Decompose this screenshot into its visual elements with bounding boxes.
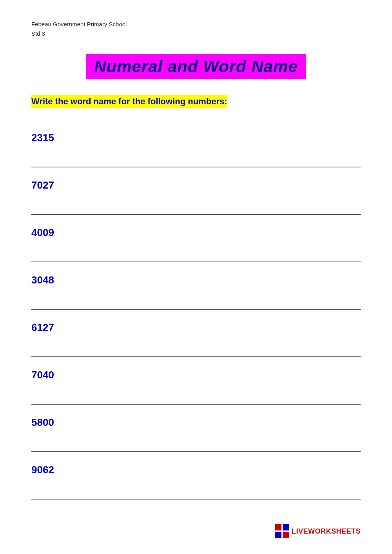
answer-input[interactable] [31,156,361,167]
answer-input[interactable] [31,440,361,452]
logo-icon-cell-2 [283,524,289,530]
answer-input[interactable] [31,345,361,357]
answer-input[interactable] [31,488,361,500]
logo-icon-cell-4 [283,532,289,538]
school-name: Febeau Government Primary School [31,20,361,29]
question-item: 7027 [31,179,361,215]
question-item: 2315 [31,132,361,167]
number-label: 9062 [31,464,361,476]
question-item: 3048 [31,274,361,310]
answer-input[interactable] [31,298,361,310]
page: Febeau Government Primary School Std 3 N… [0,0,392,554]
title-container: Numeral and Word Name [31,54,361,79]
number-label: 7027 [31,179,361,191]
question-item: 9062 [31,464,361,500]
question-item: 4009 [31,227,361,262]
number-label: 5800 [31,416,361,429]
liveworksheets-logo-text: LIVEWORKSHEETS [292,527,361,536]
liveworksheets-icon [275,524,289,538]
questions-container: 23157027400930486127704058009062 [31,132,361,500]
number-label: 2315 [31,132,361,144]
number-label: 4009 [31,227,361,239]
number-label: 6127 [31,322,361,334]
logo-icon-cell-1 [275,524,281,530]
answer-input[interactable] [31,393,361,405]
instruction-text: Write the word name for the following nu… [31,95,227,108]
question-item: 5800 [31,416,361,452]
answer-input[interactable] [31,251,361,262]
liveworksheets-branding: LIVEWORKSHEETS [275,524,361,538]
page-title: Numeral and Word Name [86,54,306,79]
answer-input[interactable] [31,203,361,215]
question-item: 6127 [31,322,361,357]
logo-icon-cell-3 [275,532,281,538]
number-label: 3048 [31,274,361,286]
instruction-container: Write the word name for the following nu… [31,95,361,128]
school-grade: Std 3 [31,29,361,38]
question-item: 7040 [31,369,361,405]
number-label: 7040 [31,369,361,381]
school-info: Febeau Government Primary School Std 3 [31,20,361,38]
